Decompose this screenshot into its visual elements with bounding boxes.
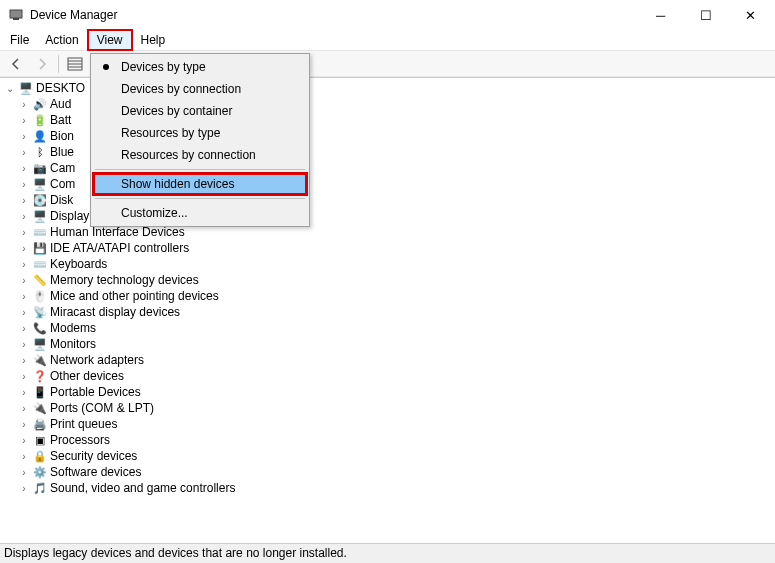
chevron-right-icon[interactable]: › [18,419,30,430]
menu-view[interactable]: View [87,29,133,51]
other-icon: ❓ [32,368,48,384]
bluetooth-icon: ᛒ [32,144,48,160]
tree-node[interactable]: ›💾IDE ATA/ATAPI controllers [2,240,775,256]
chevron-right-icon[interactable]: › [18,179,30,190]
chevron-right-icon[interactable]: › [18,403,30,414]
bullet-icon [103,64,109,70]
tree-node[interactable]: ›🎵Sound, video and game controllers [2,480,775,496]
chevron-right-icon[interactable]: › [18,115,30,126]
close-button[interactable]: ✕ [728,1,773,30]
tree-node[interactable]: ›🖥️Monitors [2,336,775,352]
menu-file[interactable]: File [2,31,37,49]
network-icon: 🔌 [32,352,48,368]
chevron-right-icon[interactable]: › [18,99,30,110]
tree-node-label: DESKTO [36,81,85,95]
menu-item-resources-by-type[interactable]: Resources by type [93,122,307,144]
window-title: Device Manager [30,8,638,22]
menu-item-devices-by-type[interactable]: Devices by type [93,56,307,78]
tree-node-label: Ports (COM & LPT) [50,401,154,415]
chevron-right-icon[interactable]: › [18,483,30,494]
chevron-right-icon[interactable]: › [18,131,30,142]
maximize-button[interactable]: ☐ [683,1,728,30]
chevron-right-icon[interactable]: › [18,451,30,462]
status-bar: Displays legacy devices and devices that… [0,543,775,563]
tree-node-label: Processors [50,433,110,447]
tree-node[interactable]: ›⌨️Keyboards [2,256,775,272]
tree-node-label: Keyboards [50,257,107,271]
tree-node-label: Com [50,177,75,191]
toolbar-separator [58,55,59,73]
tree-node[interactable]: ›▣Processors [2,432,775,448]
tree-node-label: Aud [50,97,71,111]
chevron-right-icon[interactable]: › [18,371,30,382]
chevron-right-icon[interactable]: › [18,387,30,398]
tree-node-label: Sound, video and game controllers [50,481,235,495]
chevron-right-icon[interactable]: › [18,323,30,334]
tree-node[interactable]: ›📏Memory technology devices [2,272,775,288]
view-button[interactable] [63,53,87,75]
tree-node-label: Cam [50,161,75,175]
disk-icon: 💽 [32,192,48,208]
menu-item-show-hidden-devices[interactable]: Show hidden devices [93,173,307,195]
chevron-right-icon[interactable]: › [18,147,30,158]
chevron-right-icon[interactable]: › [18,259,30,270]
tree-node[interactable]: ›📡Miracast display devices [2,304,775,320]
back-button[interactable] [4,53,28,75]
chevron-right-icon[interactable]: › [18,211,30,222]
tree-node[interactable]: ›🖨️Print queues [2,416,775,432]
desktop-icon: 🖥️ [18,80,34,96]
svg-rect-0 [10,10,22,18]
chevron-right-icon[interactable]: › [18,307,30,318]
biometric-icon: 👤 [32,128,48,144]
chevron-right-icon[interactable]: › [18,355,30,366]
tree-node-label: Network adapters [50,353,144,367]
chevron-down-icon[interactable]: ⌄ [4,83,16,94]
cpu-icon: ▣ [32,432,48,448]
tree-node-label: Other devices [50,369,124,383]
svg-rect-1 [13,18,19,20]
menu-item-label: Resources by type [121,126,220,140]
tree-node-label: Bion [50,129,74,143]
chevron-right-icon[interactable]: › [18,291,30,302]
menu-help[interactable]: Help [133,31,174,49]
menu-item-customize-[interactable]: Customize... [93,202,307,224]
tree-node-label: Mice and other pointing devices [50,289,219,303]
menubar: FileActionViewHelp [0,30,775,51]
minimize-button[interactable]: ─ [638,1,683,30]
forward-button[interactable] [30,53,54,75]
hid-icon: ⌨️ [32,224,48,240]
ide-icon: 💾 [32,240,48,256]
tree-node-label: Human Interface Devices [50,225,185,239]
chevron-right-icon[interactable]: › [18,227,30,238]
tree-node-label: Miracast display devices [50,305,180,319]
tree-node[interactable]: ›🔌Ports (COM & LPT) [2,400,775,416]
chevron-right-icon[interactable]: › [18,243,30,254]
menu-item-resources-by-connection[interactable]: Resources by connection [93,144,307,166]
menu-item-devices-by-connection[interactable]: Devices by connection [93,78,307,100]
tree-node[interactable]: ›📱Portable Devices [2,384,775,400]
portable-icon: 📱 [32,384,48,400]
chevron-right-icon[interactable]: › [18,435,30,446]
chevron-right-icon[interactable]: › [18,339,30,350]
titlebar: Device Manager ─ ☐ ✕ [0,0,775,30]
menu-item-devices-by-container[interactable]: Devices by container [93,100,307,122]
menu-item-label: Devices by container [121,104,232,118]
battery-icon: 🔋 [32,112,48,128]
chevron-right-icon[interactable]: › [18,195,30,206]
tree-node[interactable]: ›❓Other devices [2,368,775,384]
tree-node[interactable]: ›🖱️Mice and other pointing devices [2,288,775,304]
menu-action[interactable]: Action [37,31,86,49]
tree-node[interactable]: ›📞Modems [2,320,775,336]
chevron-right-icon[interactable]: › [18,275,30,286]
tree-node[interactable]: ›⚙️Software devices [2,464,775,480]
chevron-right-icon[interactable]: › [18,163,30,174]
tree-node-label: Disk [50,193,73,207]
software-icon: ⚙️ [32,464,48,480]
chevron-right-icon[interactable]: › [18,467,30,478]
app-icon [8,7,24,23]
menu-item-label: Customize... [121,206,188,220]
tree-node-label: IDE ATA/ATAPI controllers [50,241,189,255]
tree-node-label: Blue [50,145,74,159]
tree-node[interactable]: ›🔒Security devices [2,448,775,464]
tree-node[interactable]: ›🔌Network adapters [2,352,775,368]
